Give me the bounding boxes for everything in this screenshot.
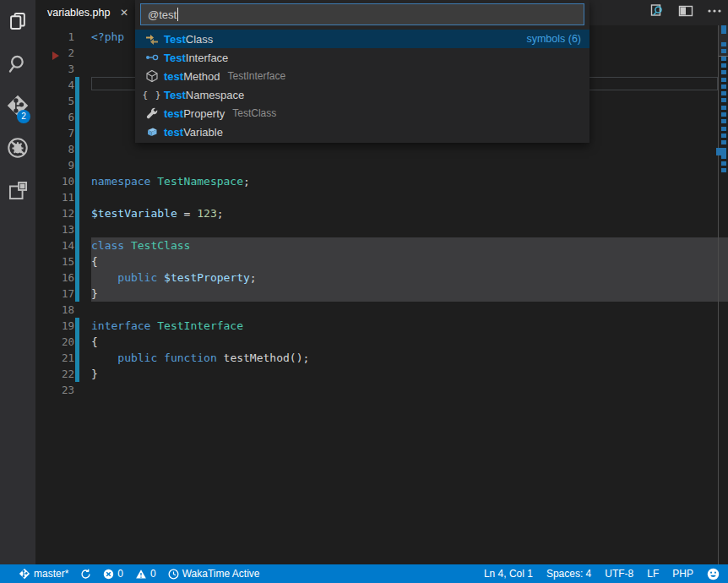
status-item-label: 0	[117, 568, 123, 580]
status-item-eol[interactable]: LF	[647, 568, 659, 580]
code-line[interactable]: 15{	[35, 253, 728, 270]
code-text	[79, 93, 91, 109]
interface-symbol-icon	[145, 51, 159, 64]
code-text	[79, 302, 91, 318]
symbol-description: TestClass	[232, 107, 276, 119]
quick-open-item-testclass[interactable]: TestClasssymbols (6)	[135, 30, 589, 48]
overview-ruler-change-mark	[721, 49, 726, 53]
code-line[interactable]: 17}	[35, 286, 728, 302]
quick-open-item-testnamespace[interactable]: { }TestNamespace	[135, 85, 589, 104]
variable-symbol-icon	[145, 125, 159, 139]
code-line[interactable]: 16 public $testProperty;	[35, 270, 728, 286]
error-icon	[103, 569, 114, 580]
status-item-sync[interactable]	[80, 569, 91, 580]
activity-item-search[interactable]	[0, 42, 35, 84]
code-line[interactable]: 14class TestClass	[35, 237, 728, 253]
git-deleted-lines-marker	[52, 52, 59, 60]
quick-open-input[interactable]: @test	[140, 3, 584, 25]
code-text: namespace TestNamespace;	[79, 173, 250, 189]
quick-open-item-testmethod[interactable]: testMethodTestInterface	[135, 67, 589, 85]
code-line[interactable]: 12$testVariable = 123;	[35, 205, 728, 221]
overview-ruler-change-mark	[721, 70, 726, 74]
code-text: class TestClass	[79, 237, 190, 253]
code-line[interactable]: 22}	[35, 366, 728, 382]
open-preview-button[interactable]	[647, 3, 667, 23]
symbol-label: testMethod	[164, 70, 220, 83]
overview-ruler-change-mark	[721, 84, 726, 89]
status-item-cursor-position[interactable]: Ln 4, Col 1	[484, 568, 533, 580]
status-item-label: LF	[647, 568, 659, 580]
smiley-icon	[707, 568, 720, 580]
warning-icon	[135, 569, 147, 580]
overview-ruler-change-mark	[721, 161, 726, 166]
code-line[interactable]: 18	[35, 302, 728, 318]
line-number: 23	[35, 382, 74, 398]
code-line[interactable]: 19interface TestInterface	[35, 318, 728, 334]
search-icon	[7, 52, 30, 75]
line-number: 19	[35, 318, 74, 334]
editor-actions	[647, 0, 725, 25]
tab-variables-php[interactable]: variables.php ✕	[35, 0, 135, 25]
code-text	[79, 189, 91, 205]
line-number: 5	[35, 93, 74, 109]
code-text	[79, 141, 91, 157]
code-text	[79, 77, 91, 93]
line-number: 11	[35, 189, 74, 205]
status-bar-right: Ln 4, Col 1Spaces: 4UTF-8LFPHP	[484, 568, 728, 580]
line-number: 10	[35, 173, 74, 189]
quick-open-item-testvariable[interactable]: testVariable	[135, 123, 589, 141]
activity-item-source-control[interactable]: 2	[0, 84, 35, 127]
code-line[interactable]: 8	[35, 141, 728, 157]
code-text	[79, 109, 91, 125]
git-logo-icon	[19, 568, 30, 580]
overview-ruler-change-mark	[721, 133, 726, 138]
quick-open-item-testinterface[interactable]: TestInterface	[135, 48, 589, 67]
activity-item-extensions[interactable]	[0, 169, 35, 211]
status-item-language-mode[interactable]: PHP	[672, 568, 693, 580]
status-item-indentation[interactable]: Spaces: 4	[546, 568, 591, 580]
status-item-encoding[interactable]: UTF-8	[605, 568, 633, 580]
code-line[interactable]: 11	[35, 189, 728, 205]
more-actions-button[interactable]	[704, 3, 725, 23]
status-item-label: Spaces: 4	[546, 568, 591, 580]
code-line[interactable]: 13	[35, 221, 728, 237]
line-number: 6	[35, 109, 74, 125]
line-number: 14	[35, 237, 74, 253]
code-line[interactable]: 23	[35, 382, 728, 398]
tab-close-icon[interactable]: ✕	[120, 7, 128, 19]
line-number: 4	[35, 77, 74, 93]
code-line[interactable]: 9	[35, 157, 728, 173]
symbol-description: TestInterface	[228, 70, 286, 82]
activity-bar: 2	[0, 0, 35, 564]
status-item-errors[interactable]: 0	[103, 568, 123, 580]
status-item-label: PHP	[672, 568, 693, 580]
code-text: public $testProperty;	[79, 270, 257, 286]
line-number: 18	[35, 302, 74, 318]
code-text: <?php	[79, 29, 124, 45]
namespace-symbol-icon: { }	[145, 88, 159, 101]
code-text	[79, 45, 91, 61]
status-item-label: master*	[34, 568, 68, 580]
status-item-git-branch[interactable]: master*	[19, 568, 68, 580]
files-icon	[7, 10, 30, 33]
activity-item-debug[interactable]	[0, 127, 35, 169]
code-line[interactable]: 20{	[35, 334, 728, 350]
quick-open-widget: @test TestClasssymbols (6)TestInterfacet…	[135, 0, 589, 143]
code-text	[79, 221, 91, 237]
symbol-label: testVariable	[164, 126, 223, 139]
code-line[interactable]: 21 public function testMethod();	[35, 350, 728, 366]
property-symbol-icon	[145, 106, 159, 120]
line-number: 17	[35, 286, 74, 302]
status-item-warnings[interactable]: 0	[135, 568, 156, 580]
quick-open-item-testproperty[interactable]: testPropertyTestClass	[135, 104, 589, 123]
activity-item-explorer[interactable]	[0, 0, 35, 42]
status-item-feedback[interactable]	[707, 568, 720, 580]
symbol-label: testProperty	[164, 107, 225, 120]
code-line[interactable]: 10namespace TestNamespace;	[35, 173, 728, 189]
status-item-wakatime[interactable]: WakaTime Active	[168, 568, 260, 580]
symbol-label: TestInterface	[164, 52, 228, 64]
split-editor-button[interactable]	[676, 3, 696, 23]
overview-ruler-change-mark	[721, 78, 726, 82]
status-item-label: 0	[150, 568, 156, 580]
overview-ruler-change-mark	[721, 42, 726, 46]
